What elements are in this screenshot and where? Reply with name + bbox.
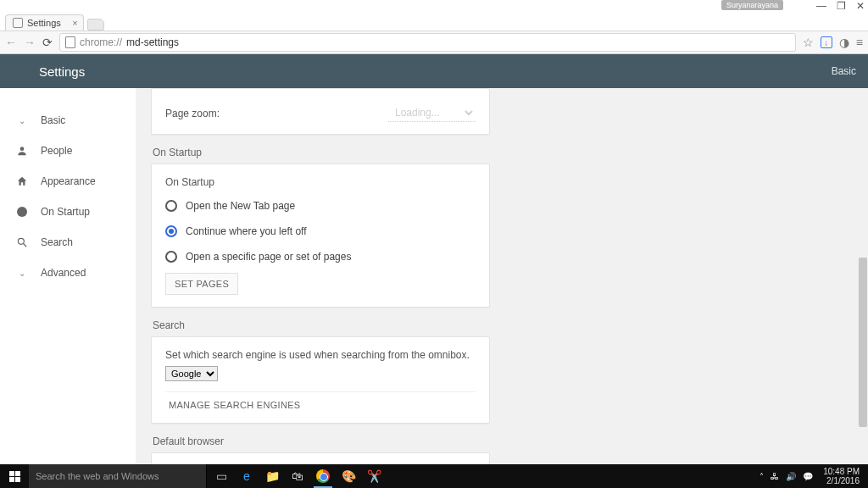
settings-body: ⌄ Basic People Appearance On Startup Sea…: [0, 88, 868, 464]
appearance-card: Page zoom: Loading...: [151, 88, 490, 135]
address-bar[interactable]: chrome://md-settings: [59, 33, 796, 52]
radio-open-new-tab[interactable]: Open the New Tab page: [165, 193, 476, 219]
taskbar-app-paint[interactable]: 🎨: [336, 464, 361, 488]
tab-title: Settings: [27, 18, 61, 28]
search-icon: [15, 236, 29, 249]
manage-search-engines-button[interactable]: MANAGE SEARCH ENGINES: [165, 395, 303, 415]
radio-label: Open a specific page or set of pages: [186, 251, 351, 263]
settings-content: Page zoom: Loading... On Startup On Star…: [136, 88, 868, 464]
tray-chevron-icon[interactable]: ˄: [760, 472, 764, 481]
taskbar-date: 2/1/2016: [823, 476, 860, 485]
page-zoom-label: Page zoom:: [165, 108, 220, 119]
circle-icon: [15, 205, 29, 219]
tray-network-icon[interactable]: 🖧: [771, 472, 779, 481]
chevron-down-icon: ⌄: [15, 114, 29, 127]
page-zoom-select[interactable]: Loading...: [388, 104, 476, 122]
taskbar-app-snipping[interactable]: ✂️: [361, 464, 387, 488]
radio-open-specific-pages[interactable]: Open a specific page or set of pages: [165, 244, 476, 269]
windows-logo-icon: [9, 471, 20, 482]
window-close[interactable]: ✕: [856, 0, 865, 12]
section-label-default-browser: Default browser: [153, 435, 490, 447]
windows-taskbar: Search the web and Windows ▭ e 📁 🛍 🎨 ✂️ …: [0, 464, 868, 488]
chevron-down-icon: ⌄: [15, 266, 29, 280]
person-icon: [15, 144, 29, 158]
settings-header-section: Basic: [832, 65, 856, 77]
sidebar-item-label: Search: [41, 236, 73, 248]
sidebar-item-on-startup[interactable]: On Startup: [0, 197, 135, 227]
tray-notifications-icon[interactable]: 💬: [803, 472, 813, 481]
page-icon: [13, 18, 23, 28]
sidebar-item-search[interactable]: Search: [0, 227, 135, 258]
scrollbar-thumb[interactable]: [859, 258, 867, 427]
tab-strip: Settings ×: [0, 10, 868, 30]
sidebar-item-advanced[interactable]: ⌄ Advanced: [0, 258, 135, 288]
search-engine-select[interactable]: Google: [165, 366, 218, 381]
sidebar-item-label: Advanced: [41, 267, 86, 279]
window-minimize[interactable]: —: [816, 0, 826, 12]
radio-label: Continue where you left off: [186, 225, 307, 237]
svg-point-0: [20, 147, 25, 151]
window-maximize[interactable]: ❐: [837, 0, 846, 12]
sidebar-item-appearance[interactable]: Appearance: [0, 166, 135, 197]
taskbar-time: 10:48 PM: [823, 467, 860, 476]
window-titlebar: Suryanarayana — ❐ ✕: [0, 0, 868, 10]
url-scheme: chrome://: [80, 36, 122, 48]
reload-button[interactable]: ⟳: [42, 36, 53, 49]
settings-sidebar: ⌄ Basic People Appearance On Startup Sea…: [0, 88, 136, 464]
radio-label: Open the New Tab page: [186, 200, 295, 212]
url-path: md-settings: [126, 36, 179, 48]
back-button[interactable]: ←: [5, 36, 17, 49]
radio-icon: [165, 251, 177, 263]
taskbar-app-chrome[interactable]: [310, 464, 336, 488]
set-pages-button[interactable]: SET PAGES: [165, 273, 238, 295]
radio-continue-where-left-off[interactable]: Continue where you left off: [165, 219, 476, 244]
default-browser-card: Google Chrome is not currently your defa…: [151, 452, 490, 464]
bookmark-star-icon[interactable]: ☆: [803, 36, 814, 49]
tray-volume-icon[interactable]: 🔊: [786, 472, 796, 481]
sidebar-item-label: People: [41, 145, 72, 157]
toolbar: ← → ⟳ chrome://md-settings ☆ ↓ ◑ ≡: [0, 30, 868, 54]
taskbar-search-placeholder: Search the web and Windows: [36, 471, 159, 481]
scrollbar-vertical[interactable]: [858, 88, 868, 464]
section-label-on-startup: On Startup: [153, 147, 490, 158]
sidebar-item-basic[interactable]: ⌄ Basic: [0, 105, 135, 136]
svg-line-2: [24, 244, 27, 247]
task-view-button[interactable]: ▭: [209, 464, 234, 488]
on-startup-card: On Startup Open the New Tab page Continu…: [151, 164, 490, 308]
tab-close-icon[interactable]: ×: [72, 18, 77, 28]
taskbar-app-edge[interactable]: e: [234, 464, 259, 488]
tab-settings[interactable]: Settings ×: [5, 14, 84, 30]
chrome-user-chip[interactable]: Suryanarayana: [721, 0, 783, 10]
svg-point-1: [18, 238, 24, 244]
taskbar-app-file-explorer[interactable]: 📁: [259, 464, 285, 488]
search-card: Set which search engine is used when sea…: [151, 336, 490, 424]
taskbar-app-store[interactable]: 🛍: [285, 464, 310, 488]
new-tab-button[interactable]: [87, 19, 104, 30]
taskbar-search-input[interactable]: Search the web and Windows: [29, 464, 207, 488]
forward-button: →: [24, 36, 36, 49]
menu-icon[interactable]: ≡: [856, 36, 863, 49]
download-icon[interactable]: ↓: [821, 36, 832, 48]
search-description: Set which search engine is used when sea…: [165, 349, 476, 361]
section-label-search: Search: [153, 319, 490, 331]
sidebar-item-label: Basic: [41, 114, 65, 126]
sidebar-item-label: Appearance: [41, 175, 96, 187]
sidebar-item-people[interactable]: People: [0, 136, 135, 166]
radio-icon: [165, 225, 177, 237]
start-button[interactable]: [0, 464, 29, 488]
extension-icon[interactable]: ◑: [839, 36, 849, 49]
home-icon: [15, 175, 29, 188]
settings-title: Settings: [39, 64, 85, 79]
sidebar-item-label: On Startup: [41, 206, 90, 218]
radio-icon: [165, 200, 177, 212]
page-icon: [65, 36, 75, 48]
taskbar-clock[interactable]: 10:48 PM 2/1/2016: [820, 467, 863, 485]
system-tray[interactable]: ˄ 🖧 🔊 💬 10:48 PM 2/1/2016: [760, 467, 868, 485]
card-heading: On Startup: [165, 176, 476, 188]
settings-header: Settings Basic: [0, 54, 868, 88]
